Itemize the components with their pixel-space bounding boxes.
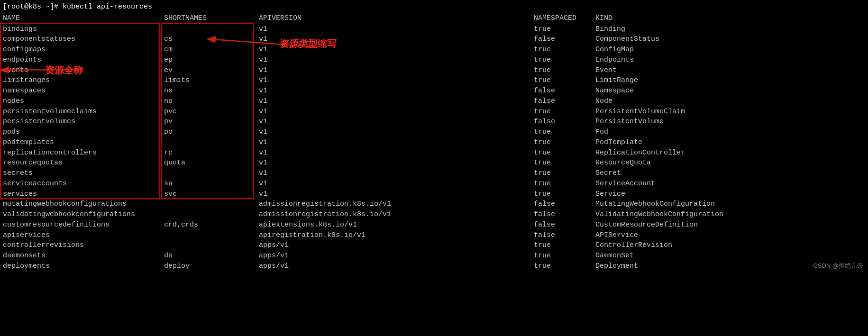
cell-ns: true xyxy=(534,251,595,261)
cell-name: podtemplates xyxy=(3,137,164,148)
cell-short: ep xyxy=(164,55,259,65)
cell-short: ev xyxy=(164,65,259,76)
cell-name: limitranges xyxy=(3,75,164,86)
cell-kind: ValidatingWebhookConfiguration xyxy=(595,209,865,220)
cell-short: po xyxy=(164,127,259,137)
cell-name: deployments xyxy=(3,261,164,272)
cell-name: pods xyxy=(3,127,164,137)
cell-kind: ReplicationController xyxy=(595,148,865,158)
cell-ns: false xyxy=(534,34,595,45)
cell-short xyxy=(164,168,259,179)
table-row: services svc v1 true Service xyxy=(3,189,865,200)
table-row: persistentvolumeclaims pvc v1 true Persi… xyxy=(3,107,865,117)
cell-name: nodes xyxy=(3,96,164,107)
table-row: podtemplates v1 true PodTemplate xyxy=(3,137,865,148)
cell-name: customresourcedefinitions xyxy=(3,220,164,230)
cell-name: services xyxy=(3,189,164,200)
cell-kind: MutatingWebhookConfiguration xyxy=(595,199,865,209)
cell-name: controllerrevisions xyxy=(3,240,164,251)
header-namespaced: NAMESPACED xyxy=(534,13,595,24)
cell-short: pvc xyxy=(164,107,259,117)
header-shortnames: SHORTNAMES xyxy=(164,13,259,24)
cell-kind: APIService xyxy=(595,230,865,241)
cell-short: no xyxy=(164,96,259,107)
cell-kind: ResourceQuota xyxy=(595,158,865,168)
cell-ns: false xyxy=(534,86,595,96)
cell-short xyxy=(164,199,259,209)
cell-api: v1 xyxy=(259,117,534,127)
watermark: CSDN @拒绝几奈 xyxy=(813,262,863,271)
cell-ns: false xyxy=(534,209,595,220)
cell-short: limits xyxy=(164,75,259,86)
table-row: resourcequotas quota v1 true ResourceQuo… xyxy=(3,158,865,168)
table-row: apiservices apiregistration.k8s.io/v1 fa… xyxy=(3,230,865,241)
cell-api: v1 xyxy=(259,75,534,86)
cell-short xyxy=(164,230,259,241)
cell-name: events xyxy=(3,65,164,76)
cell-api: apps/v1 xyxy=(259,261,534,272)
cell-kind: Service xyxy=(595,189,865,200)
cell-api: v1 xyxy=(259,137,534,148)
cell-short: crd,crds xyxy=(164,220,259,230)
command-line: [root@k8s ~]# kubectl api-resources xyxy=(3,2,865,12)
cell-name: replicationcontrollers xyxy=(3,148,164,158)
table-row: deployments deploy apps/v1 true Deployme… xyxy=(3,261,865,272)
cell-kind: PersistentVolumeClaim xyxy=(595,107,865,117)
header-kind: KIND xyxy=(595,13,865,24)
cell-ns: false xyxy=(534,220,595,230)
cell-short: quota xyxy=(164,158,259,168)
cell-name: configmaps xyxy=(3,45,164,55)
cell-kind: LimitRange xyxy=(595,75,865,86)
cell-ns: true xyxy=(534,137,595,148)
cell-api: v1 xyxy=(259,158,534,168)
cell-api: v1 xyxy=(259,189,534,200)
annotation-quanchen: 资源全称 xyxy=(45,64,83,77)
cell-kind: Binding xyxy=(595,24,865,35)
prompt: [root@k8s ~]# kubectl api-resources xyxy=(3,3,152,11)
cell-api: v1 xyxy=(259,168,534,179)
cell-api: v1 xyxy=(259,96,534,107)
cell-ns: false xyxy=(534,230,595,241)
cell-short: pv xyxy=(164,117,259,127)
table-row: bindings v1 true Binding xyxy=(3,24,865,35)
cell-ns: true xyxy=(534,45,595,55)
table-row: validatingwebhookconfigurations admissio… xyxy=(3,209,865,220)
cell-api: admissionregistration.k8s.io/v1 xyxy=(259,209,534,220)
cell-name: mutatingwebhookconfigurations xyxy=(3,199,164,209)
cell-api: admissionregistration.k8s.io/v1 xyxy=(259,199,534,209)
cell-name: serviceaccounts xyxy=(3,179,164,189)
cell-short: ds xyxy=(164,251,259,261)
cell-name: namespaces xyxy=(3,86,164,96)
cell-name: apiservices xyxy=(3,230,164,241)
cell-kind: ControllerRevision xyxy=(595,240,865,251)
cell-kind: PodTemplate xyxy=(595,137,865,148)
cell-api: v1 xyxy=(259,24,534,35)
cell-name: endpoints xyxy=(3,55,164,65)
table-row: controllerrevisions apps/v1 true Control… xyxy=(3,240,865,251)
cell-kind: CustomResourceDefinition xyxy=(595,220,865,230)
table-row: limitranges limits v1 true LimitRange xyxy=(3,75,865,86)
cell-kind: Pod xyxy=(595,127,865,137)
table-row: customresourcedefinitions crd,crds apiex… xyxy=(3,220,865,230)
cell-kind: Secret xyxy=(595,168,865,179)
table-row: nodes no v1 false Node xyxy=(3,96,865,107)
table-row: namespaces ns v1 false Namespace xyxy=(3,86,865,96)
cell-api: apps/v1 xyxy=(259,251,534,261)
cell-ns: true xyxy=(534,65,595,76)
cell-name: componentstatuses xyxy=(3,34,164,45)
cell-ns: true xyxy=(534,148,595,158)
table-body: bindings v1 true Binding componentstatus… xyxy=(3,24,865,272)
cell-api: v1 xyxy=(259,148,534,158)
cell-short xyxy=(164,137,259,148)
annotation-suoxie: 资源类型缩写 xyxy=(280,37,337,51)
cell-ns: true xyxy=(534,179,595,189)
terminal: [root@k8s ~]# kubectl api-resources NAME… xyxy=(0,0,868,273)
table-header: NAME SHORTNAMES APIVERSION NAMESPACED KI… xyxy=(3,13,865,24)
table-row: configmaps cm v1 true ConfigMap xyxy=(3,45,865,55)
cell-ns: true xyxy=(534,75,595,86)
cell-kind: ComponentStatus xyxy=(595,34,865,45)
cell-api: apiextensions.k8s.io/v1 xyxy=(259,220,534,230)
cell-kind: Endpoints xyxy=(595,55,865,65)
cell-name: resourcequotas xyxy=(3,158,164,168)
table-row: serviceaccounts sa v1 true ServiceAccoun… xyxy=(3,179,865,189)
